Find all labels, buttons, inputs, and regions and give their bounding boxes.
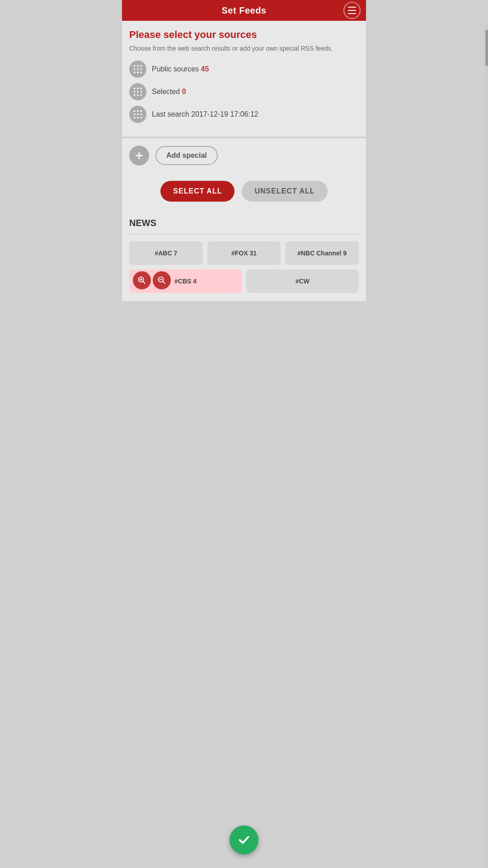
select-all-button[interactable]: SELECT ALL bbox=[160, 181, 235, 202]
svg-point-23 bbox=[141, 113, 142, 115]
news-item-container-fox31: #FOX 31 bbox=[207, 241, 281, 265]
svg-point-8 bbox=[141, 71, 142, 73]
svg-point-3 bbox=[134, 68, 136, 70]
public-sources-row: Public sources 45 bbox=[129, 61, 359, 78]
selection-section: SELECT ALL UNSELECT ALL bbox=[122, 173, 366, 210]
zoom-out-icon[interactable] bbox=[153, 271, 171, 289]
svg-point-20 bbox=[141, 110, 142, 112]
svg-point-16 bbox=[137, 94, 139, 96]
svg-point-14 bbox=[141, 91, 142, 93]
menu-line bbox=[348, 10, 356, 11]
svg-point-2 bbox=[141, 65, 142, 66]
zoom-in-icon[interactable] bbox=[133, 271, 151, 289]
svg-point-22 bbox=[137, 113, 139, 115]
add-special-section: Add special bbox=[122, 138, 366, 173]
zoom-controls bbox=[129, 268, 174, 293]
svg-point-0 bbox=[134, 65, 136, 66]
last-search-icon bbox=[129, 106, 146, 123]
svg-point-13 bbox=[137, 91, 139, 93]
news-divider bbox=[129, 234, 359, 234]
selected-count: 0 bbox=[182, 88, 186, 95]
page-title: Set Feeds bbox=[222, 5, 267, 16]
add-special-button[interactable]: Add special bbox=[155, 146, 218, 165]
menu-line bbox=[348, 7, 356, 8]
svg-point-18 bbox=[134, 110, 136, 112]
svg-point-7 bbox=[137, 71, 139, 73]
news-section: NEWS #ABC 7 #FOX 31 #NBC Channel 9 #CBS … bbox=[122, 210, 366, 301]
svg-point-26 bbox=[141, 117, 142, 118]
svg-point-12 bbox=[134, 91, 136, 93]
svg-point-1 bbox=[137, 65, 139, 66]
news-category-label: NEWS bbox=[129, 218, 359, 228]
news-item-container-nbc9: #NBC Channel 9 bbox=[285, 241, 359, 265]
svg-line-32 bbox=[163, 281, 165, 283]
svg-point-11 bbox=[141, 87, 142, 89]
svg-point-9 bbox=[134, 87, 136, 89]
news-item-cw[interactable]: #CW bbox=[246, 269, 359, 293]
svg-point-10 bbox=[137, 87, 139, 89]
news-item-container-cw: #CW bbox=[246, 269, 359, 293]
svg-point-6 bbox=[134, 71, 136, 73]
info-section: Please select your sources Choose from t… bbox=[122, 21, 366, 137]
svg-point-4 bbox=[137, 68, 139, 70]
last-search-row: Last search 2017-12-19 17:06:12 bbox=[129, 106, 359, 123]
news-item-container-cbs4: #CBS 4 bbox=[129, 269, 242, 293]
selected-row: Selected 0 bbox=[129, 83, 359, 100]
news-item-nbc9[interactable]: #NBC Channel 9 bbox=[285, 241, 359, 265]
news-item-container-abc7: #ABC 7 bbox=[129, 241, 203, 265]
svg-point-19 bbox=[137, 110, 139, 112]
last-search-label: Last search 2017-12-19 17:06:12 bbox=[152, 110, 258, 118]
menu-button[interactable] bbox=[343, 2, 361, 19]
header: Set Feeds bbox=[122, 0, 366, 21]
public-sources-icon bbox=[129, 61, 146, 78]
news-item-abc7[interactable]: #ABC 7 bbox=[129, 241, 203, 265]
news-item-fox31[interactable]: #FOX 31 bbox=[207, 241, 281, 265]
selected-label: Selected 0 bbox=[152, 88, 186, 96]
svg-point-15 bbox=[134, 94, 136, 96]
svg-point-17 bbox=[141, 94, 142, 96]
section-subtitle: Choose from the web search results or ad… bbox=[129, 44, 359, 53]
news-grid: #ABC 7 #FOX 31 #NBC Channel 9 #CBS 4 bbox=[129, 241, 359, 293]
last-search-value: 2017-12-19 17:06:12 bbox=[191, 110, 258, 118]
selected-icon bbox=[129, 83, 146, 100]
svg-point-5 bbox=[141, 68, 142, 70]
add-circle-button[interactable] bbox=[129, 146, 149, 165]
unselect-all-button[interactable]: UNSELECT ALL bbox=[242, 181, 327, 202]
svg-line-28 bbox=[143, 281, 145, 283]
public-sources-count: 45 bbox=[201, 65, 209, 73]
menu-line bbox=[348, 13, 356, 14]
svg-point-25 bbox=[137, 117, 139, 118]
section-title: Please select your sources bbox=[129, 29, 359, 41]
svg-point-21 bbox=[134, 113, 136, 115]
svg-point-24 bbox=[134, 117, 136, 118]
public-sources-label: Public sources 45 bbox=[152, 65, 209, 73]
